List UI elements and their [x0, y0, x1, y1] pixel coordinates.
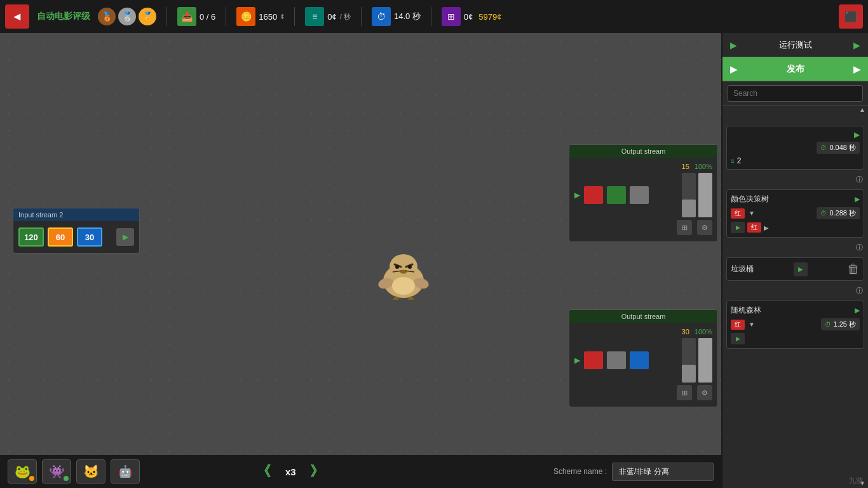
- trash-icon: 🗑: [847, 262, 860, 276]
- stat-score: ⊞ 0¢ 5979¢: [442, 7, 502, 26]
- bot-btn-1[interactable]: 🐸: [8, 459, 37, 484]
- bot-btn-3[interactable]: 🐱: [76, 459, 105, 484]
- right-sidebar: ▶ 运行测试 ▶ ▶ 发布 ▶ ▲ ▶ ⏱ 0.048 秒: [721, 33, 868, 488]
- info-icon-1: ⓘ: [856, 175, 863, 184]
- slider-2[interactable]: [698, 173, 712, 217]
- scheme-area: Scheme name : 非蓝/非绿 分离: [553, 463, 714, 481]
- search-input[interactable]: [728, 85, 863, 102]
- layers-icon-1[interactable]: ⊞: [677, 220, 692, 235]
- input-stream-2-play[interactable]: ▶: [116, 228, 134, 246]
- divider3: [294, 7, 295, 26]
- slider-3[interactable]: [682, 338, 696, 383]
- info-icon-3: ⓘ: [856, 286, 863, 295]
- run-test-button[interactable]: ▶ 运行测试 ▶: [722, 33, 868, 57]
- module2-header: 颜色决策树 ▶: [731, 194, 860, 205]
- rate-icon: ≡: [305, 7, 324, 26]
- publish-button[interactable]: ▶ 发布 ▶: [722, 57, 868, 81]
- block-red-2: [584, 351, 603, 369]
- bot-btn-4[interactable]: 🤖: [111, 459, 140, 484]
- module2-time: ⏱ 0.288 秒: [817, 207, 860, 219]
- dot-2: [64, 476, 69, 481]
- bird-character: [375, 249, 432, 300]
- module2-arrow[interactable]: ▶: [855, 195, 860, 203]
- score-icon: ⊞: [442, 7, 461, 26]
- output-footer-2: ⊞ ⚙: [574, 383, 712, 402]
- stat-counter: 📥 0 / 6: [177, 7, 215, 26]
- output-stream-2-title: Output stream: [569, 310, 717, 323]
- scheme-name-value: 非蓝/非绿 分离: [612, 463, 714, 481]
- slider-1[interactable]: [682, 173, 696, 217]
- module1-time: ⏱ 0.048 秒: [817, 142, 860, 154]
- slider-4[interactable]: [698, 338, 712, 383]
- stat-rate: ≡ 0¢/ 秒: [305, 7, 351, 26]
- module-card-color-tree: 颜色决策树 ▶ 红 ▼ ⏱ 0.288 秒 ▶ 红 ▶: [726, 189, 864, 238]
- module4-arrow[interactable]: ▶: [855, 306, 860, 315]
- input-stream-2-body: 120 60 30 ▶: [13, 221, 139, 253]
- chip-60: 60: [48, 227, 73, 247]
- character-icon-4: 🤖: [118, 464, 132, 478]
- nav-arrow-1[interactable]: ▶: [854, 130, 860, 139]
- module4-row: 红 ▼ ⏱ 1.25 秒: [731, 318, 860, 330]
- app-title: 自动电影评级: [37, 11, 90, 22]
- svg-point-5: [408, 265, 412, 269]
- chip-30: 30: [77, 227, 102, 247]
- medals-area: 🥉 🥈 🏅: [98, 8, 156, 25]
- output-stream-2-stats: 30 100%: [574, 328, 712, 336]
- output-stream-1-node: Output stream 15 100% ▶: [569, 144, 718, 242]
- run-test-label: 运行测试: [779, 39, 812, 51]
- output-play-1[interactable]: ▶: [574, 191, 580, 200]
- settings-icon-2[interactable]: ⚙: [697, 385, 712, 400]
- chip-120: 120: [18, 227, 44, 247]
- scheme-label: Scheme name :: [553, 467, 607, 476]
- svg-point-1: [390, 254, 417, 280]
- publish-label: 发布: [787, 64, 804, 75]
- module4-play[interactable]: ▶: [731, 333, 745, 344]
- bot-btn-2[interactable]: 👾: [42, 459, 71, 484]
- run-test-play-icon: ▶: [730, 40, 737, 50]
- back-button[interactable]: ◄: [5, 4, 29, 29]
- svg-point-10: [392, 277, 415, 295]
- sidebar-scroll-area: ▶ ⏱ 0.048 秒 ≡ 2 ⓘ 颜色决策树 ▶ 红: [722, 113, 868, 478]
- bottom-bar: 🐸 👾 🐱 🤖 《 x3 》 Scheme name : 非蓝/非绿 分离: [0, 455, 721, 488]
- zoom-in-button[interactable]: 》: [310, 462, 324, 481]
- back-icon: ◄: [11, 10, 23, 24]
- input-stream-2-title: Input stream 2: [13, 208, 139, 221]
- settings-icon-1[interactable]: ⚙: [697, 220, 712, 235]
- block-red-1: [584, 186, 603, 204]
- end-icon: ⬛: [844, 11, 857, 23]
- top-bar: ◄ 自动电影评级 🥉 🥈 🏅 📥 0 / 6 🪙 1650¢ ≡ 0¢/ 秒 ⏱…: [0, 0, 868, 33]
- publish-play-icon: ▶: [730, 64, 737, 74]
- stat-coins: 🪙 1650¢: [236, 7, 284, 26]
- block-gray-2: [607, 351, 626, 369]
- output-stream-1-stats: 15 100%: [574, 163, 712, 170]
- trash-play-btn[interactable]: ▶: [794, 262, 808, 276]
- scroll-up-arrow[interactable]: ▲: [859, 106, 865, 113]
- output-stream-2-node: Output stream 30 100% ▶: [569, 309, 718, 407]
- character-icon-2: 👾: [49, 464, 65, 479]
- module2-play[interactable]: ▶: [731, 222, 745, 233]
- divider4: [361, 7, 362, 26]
- timer-icon: ⏱: [372, 7, 391, 26]
- medal-bronze: 🥉: [98, 8, 116, 25]
- module-card-trash: 垃圾桶 ▶ 🗑: [726, 257, 864, 281]
- publish-play-icon-right: ▶: [853, 64, 860, 74]
- zoom-value: x3: [275, 466, 306, 477]
- watermark: 九游: [849, 476, 863, 485]
- output-stream-1-body: 15 100% ▶ ⊞ ⚙: [569, 158, 717, 241]
- character-icon-1: 🐸: [15, 464, 31, 479]
- end-button[interactable]: ⬛: [839, 4, 863, 29]
- layers-icon-2[interactable]: ⊞: [677, 385, 692, 400]
- medal-silver: 🥈: [118, 8, 136, 25]
- info-icon-2: ⓘ: [856, 243, 863, 252]
- module4-time: ⏱ 1.25 秒: [821, 318, 860, 330]
- bird-svg: [377, 249, 431, 300]
- stat-timer: ⏱ 14.0 秒: [372, 7, 421, 26]
- divider1: [166, 7, 167, 26]
- output-play-2[interactable]: ▶: [574, 356, 580, 365]
- output-stream-1-title: Output stream: [569, 145, 717, 158]
- run-test-play-icon-right: ▶: [853, 40, 860, 50]
- zoom-out-button[interactable]: 《: [257, 462, 271, 481]
- canvas-area: Input stream 2 120 60 30 ▶ Output stream…: [0, 33, 721, 455]
- dot-1: [29, 476, 34, 481]
- module-card-1: ▶ ⏱ 0.048 秒 ≡ 2: [726, 126, 864, 170]
